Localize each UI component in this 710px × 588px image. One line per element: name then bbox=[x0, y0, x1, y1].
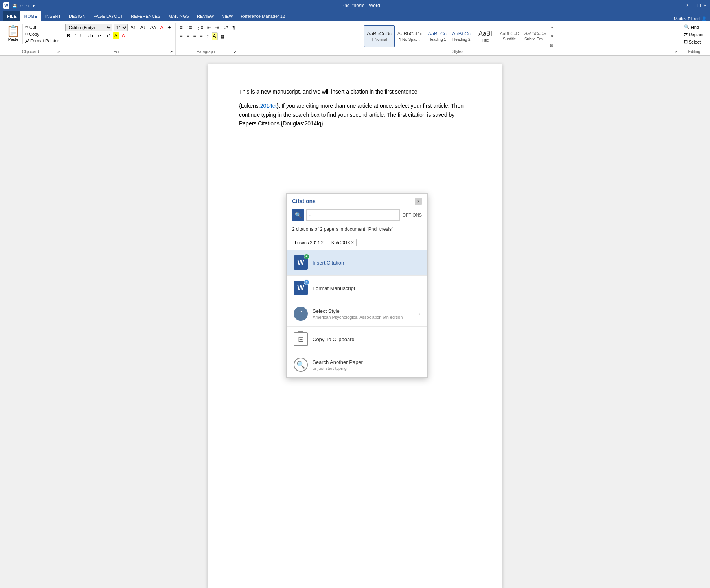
redo-quick-btn[interactable]: ↪ bbox=[25, 3, 31, 9]
style-title[interactable]: AaBI Title bbox=[474, 25, 497, 47]
border-btn[interactable]: ▦ bbox=[219, 32, 226, 40]
font-size-select[interactable]: 11 bbox=[114, 24, 128, 31]
underline-btn[interactable]: U bbox=[79, 32, 85, 39]
copy-button[interactable]: ⧉ Copy bbox=[24, 31, 60, 37]
find-button[interactable]: 🔍 Find bbox=[682, 24, 706, 30]
search-paper-text: Search Another Paper or just start typin… bbox=[313, 359, 420, 371]
show-formatting-btn[interactable]: ¶ bbox=[231, 24, 236, 31]
style-subtitle-label: Subtitle bbox=[503, 37, 516, 41]
search-button[interactable]: 🔍 bbox=[292, 209, 304, 220]
style-heading1[interactable]: AaBbCc Heading 1 bbox=[425, 25, 449, 47]
style-heading2[interactable]: AaBbCc Heading 2 bbox=[449, 25, 474, 47]
options-button[interactable]: OPTIONS bbox=[402, 213, 422, 217]
select-style-item[interactable]: " Select Style American Psychological As… bbox=[287, 301, 427, 327]
numbering-btn[interactable]: 1≡ bbox=[185, 24, 194, 31]
style-normal-preview: AaBbCcDc bbox=[367, 31, 392, 37]
tab-ref-manager[interactable]: Reference Manager 12 bbox=[237, 11, 289, 21]
select-label: Select bbox=[689, 40, 701, 44]
help-btn[interactable]: ? bbox=[686, 3, 688, 8]
citation-link-lukens[interactable]: 2014ct bbox=[260, 103, 277, 109]
line-spacing-btn[interactable]: ↕ bbox=[205, 32, 211, 40]
undo-quick-btn[interactable]: ↩ bbox=[19, 3, 24, 9]
format-painter-button[interactable]: 🖌 Format Painter bbox=[24, 38, 60, 44]
style-normal[interactable]: AaBbCcDc ¶ Normal bbox=[364, 25, 395, 47]
save-quick-btn[interactable]: 💾 bbox=[11, 3, 18, 9]
strikethrough-btn[interactable]: ab bbox=[86, 32, 94, 39]
style-subtle-em[interactable]: AaBbCcDa Subtle Em... bbox=[522, 25, 548, 47]
sort-btn[interactable]: ↕A bbox=[221, 24, 230, 31]
font-expand[interactable]: ↗ bbox=[170, 50, 173, 54]
cut-button[interactable]: ✂ Cut bbox=[24, 24, 60, 30]
align-right-btn[interactable]: ≡ bbox=[192, 32, 198, 40]
customize-quick-btn[interactable]: ▾ bbox=[31, 3, 36, 9]
font-family-select[interactable]: Calibri (Body) bbox=[65, 24, 112, 31]
format-manuscript-item[interactable]: W ≡ Format Manuscript bbox=[287, 276, 427, 301]
search-input[interactable] bbox=[306, 209, 400, 220]
styles-scroll-down[interactable]: ▼ bbox=[549, 34, 555, 39]
decrease-indent-btn[interactable]: ⇤ bbox=[206, 24, 213, 31]
paste-label: Paste bbox=[8, 37, 18, 42]
text-highlight-btn[interactable]: A bbox=[113, 32, 119, 39]
change-case-btn[interactable]: Aa bbox=[149, 24, 158, 31]
style-subtitle[interactable]: AaBbCcC Subtitle bbox=[497, 25, 522, 47]
dialog-close-btn[interactable]: × bbox=[415, 198, 422, 205]
decrease-font-btn[interactable]: A↓ bbox=[139, 24, 147, 31]
tab-review[interactable]: REVIEW bbox=[193, 11, 218, 21]
tab-mailings[interactable]: MAILINGS bbox=[164, 11, 193, 21]
tab-view[interactable]: VIEW bbox=[218, 11, 237, 21]
styles-group-label: Styles bbox=[242, 49, 674, 55]
dialog-tags: Lukens 2014 × Kuh 2013 × bbox=[287, 235, 427, 250]
close-btn[interactable]: ✕ bbox=[703, 3, 707, 8]
subscript-btn[interactable]: x₂ bbox=[96, 32, 103, 39]
copy-clipboard-title: Copy To Clipboard bbox=[313, 336, 420, 342]
font-color2-btn[interactable]: A bbox=[120, 32, 127, 39]
tab-insert[interactable]: INSERT bbox=[41, 11, 65, 21]
bold-btn[interactable]: B bbox=[65, 32, 72, 39]
select-button[interactable]: ⊡ Select bbox=[682, 39, 706, 45]
tag-kuh-remove[interactable]: × bbox=[351, 240, 354, 245]
minimize-btn[interactable]: — bbox=[690, 3, 695, 8]
tab-file[interactable]: FILE bbox=[3, 11, 20, 21]
font-color-btn[interactable]: A bbox=[158, 24, 165, 31]
paste-button[interactable]: 📋 Paste bbox=[4, 24, 23, 44]
tab-references[interactable]: REFERENCES bbox=[127, 11, 164, 21]
restore-btn[interactable]: ❐ bbox=[697, 3, 701, 8]
replace-label: Replace bbox=[689, 32, 704, 37]
align-center-btn[interactable]: ≡ bbox=[185, 32, 191, 40]
styles-expand[interactable]: ⊞ bbox=[549, 43, 555, 48]
font-content: Calibri (Body) 11 A↑ A↓ Aa A ✦ B I U ab bbox=[65, 24, 173, 49]
tag-lukens: Lukens 2014 × bbox=[292, 239, 326, 246]
multilevel-btn[interactable]: ⋮≡ bbox=[194, 24, 205, 31]
search-paper-item[interactable]: 🔍 Search Another Paper or just start typ… bbox=[287, 352, 427, 377]
superscript-btn[interactable]: x² bbox=[105, 32, 112, 39]
format-painter-icon: 🖌 bbox=[25, 39, 29, 43]
ribbon-tabs: FILE HOME INSERT DESIGN PAGE LAYOUT REFE… bbox=[0, 11, 710, 21]
justify-btn[interactable]: ≡ bbox=[199, 32, 204, 40]
clipboard-footer: Clipboard ↗ bbox=[4, 49, 60, 55]
clear-format-btn[interactable]: ✦ bbox=[166, 24, 173, 31]
select-style-sub: American Psychological Association 6th e… bbox=[313, 315, 414, 320]
insert-citation-item[interactable]: W + Insert Citation bbox=[287, 250, 427, 276]
font-group-label: Font bbox=[65, 49, 170, 55]
replace-button[interactable]: ⇄ Replace bbox=[682, 31, 706, 38]
tab-design[interactable]: DESIGN bbox=[65, 11, 89, 21]
tab-page-layout[interactable]: PAGE LAYOUT bbox=[89, 11, 127, 21]
styles-scroll-up[interactable]: ▲ bbox=[549, 24, 555, 29]
styles-expand-btn[interactable]: ↗ bbox=[674, 50, 677, 54]
align-left-btn[interactable]: ≡ bbox=[178, 32, 184, 40]
search-circle: 🔍 bbox=[294, 358, 308, 372]
copy-clipboard-item[interactable]: ⊟ Copy To Clipboard bbox=[287, 327, 427, 352]
shading-btn[interactable]: A bbox=[212, 32, 218, 40]
italic-btn[interactable]: I bbox=[73, 32, 77, 39]
paragraph-expand[interactable]: ↗ bbox=[234, 50, 237, 54]
tab-home[interactable]: HOME bbox=[20, 11, 41, 21]
editing-group: 🔍 Find ⇄ Replace ⊡ Select Editing bbox=[680, 23, 708, 55]
clipboard-expand[interactable]: ↗ bbox=[57, 50, 60, 54]
bullets-btn[interactable]: ≡ bbox=[178, 24, 184, 31]
style-no-spacing[interactable]: AaBbCcDc ¶ No Spac... bbox=[395, 25, 425, 47]
select-icon: ⊡ bbox=[684, 39, 688, 44]
title-bar-left: W 💾 ↩ ↪ ▾ bbox=[3, 2, 36, 9]
tag-lukens-remove[interactable]: × bbox=[321, 240, 324, 245]
increase-font-btn[interactable]: A↑ bbox=[129, 24, 138, 31]
increase-indent-btn[interactable]: ⇥ bbox=[213, 24, 221, 31]
